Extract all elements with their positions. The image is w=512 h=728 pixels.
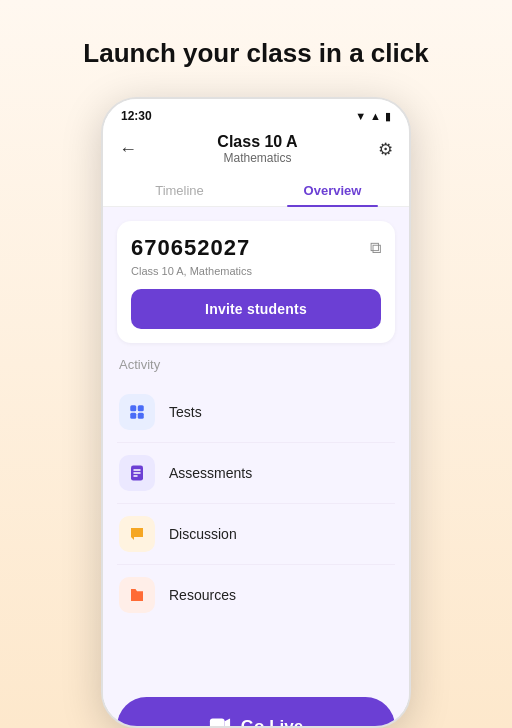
camera-icon xyxy=(209,713,231,728)
go-live-button[interactable]: Go Live xyxy=(117,697,395,728)
tests-label: Tests xyxy=(169,404,202,420)
tab-overview[interactable]: Overview xyxy=(256,173,409,206)
resources-label: Resources xyxy=(169,587,236,603)
discussion-icon xyxy=(119,516,155,552)
activity-list: Tests Assessments xyxy=(117,382,395,625)
header-title-block: Class 10 A Mathematics xyxy=(137,133,378,165)
activity-item-resources[interactable]: Resources xyxy=(117,565,395,625)
svg-rect-1 xyxy=(138,405,144,411)
copy-button[interactable]: ⧉ xyxy=(370,239,381,257)
go-live-label: Go Live xyxy=(241,717,303,728)
class-name: Class 10 A xyxy=(137,133,378,151)
invite-subtitle: Class 10 A, Mathematics xyxy=(131,265,381,277)
invite-card: 670652027 ⧉ Class 10 A, Mathematics Invi… xyxy=(117,221,395,343)
app-header: ← Class 10 A Mathematics ⚙ xyxy=(103,127,409,173)
settings-button[interactable]: ⚙ xyxy=(378,139,393,160)
bottom-bar: Go Live xyxy=(103,687,409,728)
tab-timeline[interactable]: Timeline xyxy=(103,173,256,206)
svg-marker-9 xyxy=(224,719,230,728)
subject-name: Mathematics xyxy=(137,151,378,165)
svg-rect-0 xyxy=(130,405,136,411)
svg-rect-2 xyxy=(130,413,136,419)
invite-code: 670652027 xyxy=(131,235,250,261)
svg-rect-3 xyxy=(138,413,144,419)
phone-mockup: 12:30 ▼ ▲ ▮ ← Class 10 A Mathematics ⚙ T… xyxy=(101,97,411,728)
discussion-label: Discussion xyxy=(169,526,237,542)
back-button[interactable]: ← xyxy=(119,139,137,160)
status-bar: 12:30 ▼ ▲ ▮ xyxy=(103,99,409,127)
assessments-icon xyxy=(119,455,155,491)
svg-rect-8 xyxy=(210,719,225,728)
assessments-label: Assessments xyxy=(169,465,252,481)
battery-icon: ▮ xyxy=(385,110,391,123)
invite-code-row: 670652027 ⧉ xyxy=(131,235,381,261)
signal-icon: ▼ xyxy=(355,110,366,122)
tests-icon xyxy=(119,394,155,430)
status-time: 12:30 xyxy=(121,109,152,123)
activity-item-discussion[interactable]: Discussion xyxy=(117,504,395,565)
status-icons: ▼ ▲ ▮ xyxy=(355,110,391,123)
page-title: Launch your class in a click xyxy=(43,38,468,69)
activity-item-assessments[interactable]: Assessments xyxy=(117,443,395,504)
resources-icon xyxy=(119,577,155,613)
invite-students-button[interactable]: Invite students xyxy=(131,289,381,329)
tabs: Timeline Overview xyxy=(103,173,409,207)
content-area: 670652027 ⧉ Class 10 A, Mathematics Invi… xyxy=(103,207,409,687)
wifi-icon: ▲ xyxy=(370,110,381,122)
activity-item-tests[interactable]: Tests xyxy=(117,382,395,443)
activity-label: Activity xyxy=(117,357,395,372)
